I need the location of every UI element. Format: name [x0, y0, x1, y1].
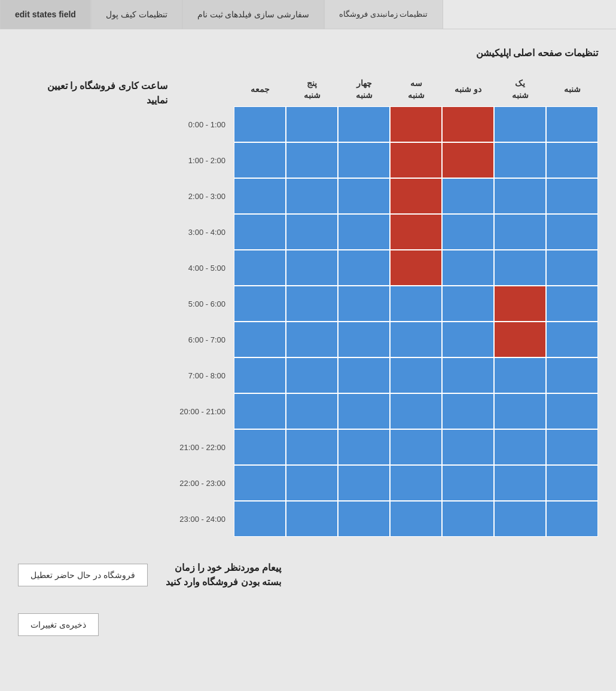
cell-sunday-5[interactable] [494, 286, 546, 322]
cell-friday-9[interactable] [234, 429, 286, 465]
cell-thursday-4[interactable] [286, 250, 338, 286]
cell-thursday-11[interactable] [286, 501, 338, 537]
cell-wednesday-1[interactable] [338, 142, 390, 178]
cell-saturday-9[interactable] [546, 429, 598, 465]
cell-monday-9[interactable] [442, 429, 494, 465]
cell-sunday-11[interactable] [494, 501, 546, 537]
cell-sunday-3[interactable] [494, 214, 546, 250]
cell-thursday-8[interactable] [286, 393, 338, 429]
shop-status-button[interactable]: فروشگاه در حال حاضر تعطیل [18, 564, 148, 586]
cell-saturday-1[interactable] [546, 142, 598, 178]
day-header-sunday: یکشنبه [494, 73, 546, 106]
cell-tuesday-7[interactable] [390, 357, 442, 393]
day-column-monday: دو شنبه [442, 73, 494, 537]
cell-friday-2[interactable] [234, 178, 286, 214]
cell-friday-8[interactable] [234, 393, 286, 429]
cell-saturday-5[interactable] [546, 286, 598, 322]
cell-tuesday-2[interactable] [390, 178, 442, 214]
cell-saturday-2[interactable] [546, 178, 598, 214]
cell-thursday-9[interactable] [286, 429, 338, 465]
cell-wednesday-0[interactable] [338, 106, 390, 142]
cell-thursday-10[interactable] [286, 465, 338, 501]
cell-friday-0[interactable] [234, 106, 286, 142]
time-label-1: 2:00 - 1:00 [179, 142, 228, 178]
cell-sunday-8[interactable] [494, 393, 546, 429]
cell-friday-5[interactable] [234, 286, 286, 322]
cell-saturday-6[interactable] [546, 322, 598, 357]
cell-friday-6[interactable] [234, 322, 286, 357]
cell-saturday-8[interactable] [546, 393, 598, 429]
cell-saturday-10[interactable] [546, 465, 598, 501]
cell-sunday-4[interactable] [494, 250, 546, 286]
cell-monday-0[interactable] [442, 106, 494, 142]
cell-monday-8[interactable] [442, 393, 494, 429]
section-title: تنظیمات صفحه اصلی اپلیکیشن [18, 47, 598, 59]
cell-sunday-0[interactable] [494, 106, 546, 142]
tab-signup-fields[interactable]: سفارشی سازی فیلدهای ثبت نام [182, 0, 325, 29]
cell-sunday-2[interactable] [494, 178, 546, 214]
cell-tuesday-3[interactable] [390, 214, 442, 250]
cell-tuesday-5[interactable] [390, 286, 442, 322]
cell-tuesday-0[interactable] [390, 106, 442, 142]
cell-friday-4[interactable] [234, 250, 286, 286]
cell-sunday-10[interactable] [494, 465, 546, 501]
cell-wednesday-8[interactable] [338, 393, 390, 429]
cell-thursday-1[interactable] [286, 142, 338, 178]
time-label-spacer [179, 73, 228, 106]
tab-wallet-settings[interactable]: تنظیمات کیف پول [91, 0, 182, 29]
cell-wednesday-7[interactable] [338, 357, 390, 393]
tab-store-settings[interactable]: تنظیمات زمانبندی فروشگاه [324, 0, 443, 29]
cell-sunday-7[interactable] [494, 357, 546, 393]
cell-wednesday-11[interactable] [338, 501, 390, 537]
shop-status-label: پیعام موردنظر خود را زمانبسته بودن فروشگ… [166, 561, 282, 589]
day-header-tuesday: سهشنبه [390, 73, 442, 106]
cell-friday-3[interactable] [234, 214, 286, 250]
day-column-friday: جمعه [234, 73, 286, 537]
cell-wednesday-4[interactable] [338, 250, 390, 286]
cell-monday-7[interactable] [442, 357, 494, 393]
cell-tuesday-8[interactable] [390, 393, 442, 429]
cell-wednesday-2[interactable] [338, 178, 390, 214]
cell-thursday-0[interactable] [286, 106, 338, 142]
cell-thursday-3[interactable] [286, 214, 338, 250]
cell-monday-10[interactable] [442, 465, 494, 501]
cell-wednesday-10[interactable] [338, 465, 390, 501]
cell-thursday-7[interactable] [286, 357, 338, 393]
cell-wednesday-9[interactable] [338, 429, 390, 465]
cell-monday-3[interactable] [442, 214, 494, 250]
cell-sunday-6[interactable] [494, 322, 546, 357]
save-button[interactable]: ذخیره‌ی تغییرات [18, 613, 99, 636]
cell-monday-4[interactable] [442, 250, 494, 286]
cell-monday-1[interactable] [442, 142, 494, 178]
cell-saturday-11[interactable] [546, 501, 598, 537]
cell-thursday-2[interactable] [286, 178, 338, 214]
cell-tuesday-9[interactable] [390, 429, 442, 465]
cell-thursday-5[interactable] [286, 286, 338, 322]
cell-monday-2[interactable] [442, 178, 494, 214]
cell-saturday-7[interactable] [546, 357, 598, 393]
day-header-monday: دو شنبه [442, 73, 494, 106]
cell-saturday-0[interactable] [546, 106, 598, 142]
cell-sunday-9[interactable] [494, 429, 546, 465]
cell-saturday-4[interactable] [546, 250, 598, 286]
cell-tuesday-1[interactable] [390, 142, 442, 178]
cell-thursday-6[interactable] [286, 322, 338, 357]
cell-wednesday-6[interactable] [338, 322, 390, 357]
cell-tuesday-10[interactable] [390, 465, 442, 501]
cell-monday-5[interactable] [442, 286, 494, 322]
cell-saturday-3[interactable] [546, 214, 598, 250]
cell-friday-1[interactable] [234, 142, 286, 178]
cell-friday-10[interactable] [234, 465, 286, 501]
tab-edit-states[interactable]: edit states field [0, 0, 91, 29]
cell-sunday-1[interactable] [494, 142, 546, 178]
cell-monday-6[interactable] [442, 322, 494, 357]
cell-tuesday-11[interactable] [390, 501, 442, 537]
cell-wednesday-3[interactable] [338, 214, 390, 250]
cell-friday-11[interactable] [234, 501, 286, 537]
cell-friday-7[interactable] [234, 357, 286, 393]
cell-wednesday-5[interactable] [338, 286, 390, 322]
cell-tuesday-4[interactable] [390, 250, 442, 286]
cell-tuesday-6[interactable] [390, 322, 442, 357]
cell-monday-11[interactable] [442, 501, 494, 537]
save-section: ذخیره‌ی تغییرات [18, 607, 598, 642]
